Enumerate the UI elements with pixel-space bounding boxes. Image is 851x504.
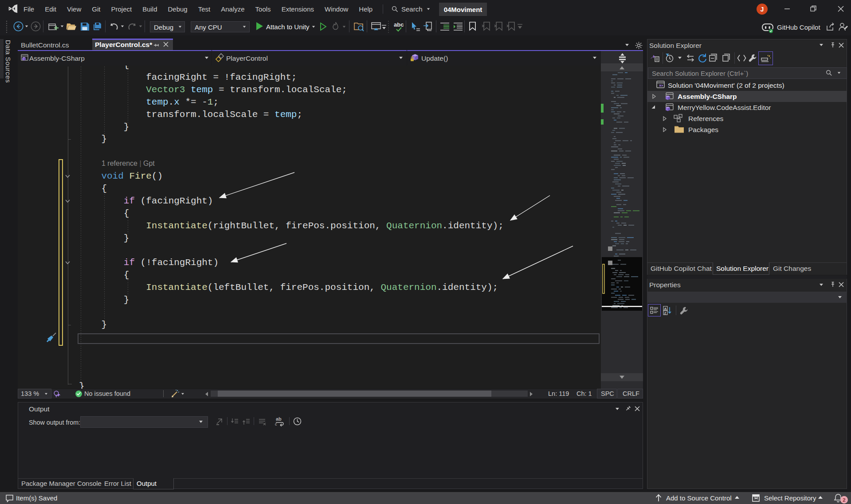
svg-text:c: c: [275, 422, 277, 426]
svg-text:Z: Z: [664, 311, 667, 315]
svg-text:A: A: [664, 307, 667, 311]
